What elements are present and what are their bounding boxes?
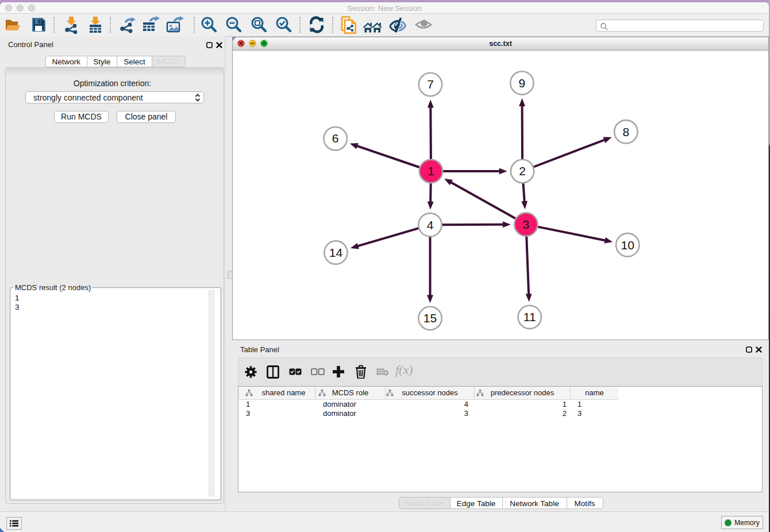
- svg-text:9: 9: [519, 76, 526, 90]
- svg-text:2: 2: [519, 164, 526, 178]
- svg-text:11: 11: [523, 310, 536, 323]
- svg-text:3: 3: [523, 218, 530, 231]
- svg-text:6: 6: [332, 132, 339, 145]
- svg-text:4: 4: [427, 218, 434, 232]
- svg-text:10: 10: [621, 238, 634, 252]
- svg-text:14: 14: [329, 246, 343, 259]
- svg-text:1: 1: [428, 164, 434, 178]
- svg-text:8: 8: [622, 125, 629, 138]
- svg-text:7: 7: [427, 78, 434, 91]
- svg-text:15: 15: [424, 311, 437, 325]
